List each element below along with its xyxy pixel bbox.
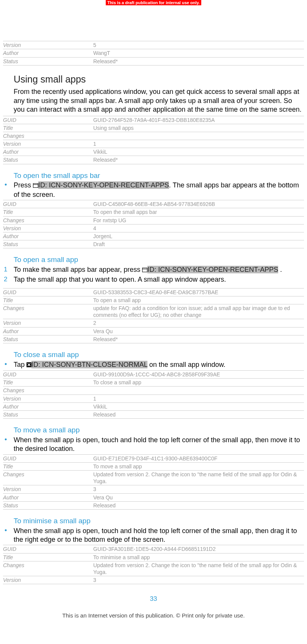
- meta-label: Author: [3, 148, 93, 156]
- meta-value: WangT: [93, 49, 304, 57]
- text: on the small app window.: [147, 361, 226, 368]
- meta-value: Released: [93, 411, 304, 419]
- meta-label: GUID: [3, 116, 93, 124]
- meta-label: Changes: [3, 216, 93, 224]
- section-title-using-small-apps: Using small apps: [14, 73, 304, 86]
- icon-id-label: ID: ICN-SONY-KEY-OPEN-RECENT-APPS: [38, 181, 169, 189]
- meta-value: Released*: [93, 57, 304, 65]
- instruction-bullet: When the small app is open, touch and ho…: [3, 527, 304, 544]
- meta-label: Status: [3, 156, 93, 164]
- meta-value: [93, 387, 304, 395]
- meta-label: Changes: [3, 561, 93, 576]
- meta-value: VikkiL: [93, 402, 304, 410]
- meta-value: 2: [93, 319, 304, 327]
- meta-value: Updated from version 2. Change the icon …: [93, 561, 304, 576]
- meta-label: Title: [3, 553, 93, 561]
- meta-label: Author: [3, 49, 93, 57]
- meta-value: GUID-99100D9A-1CCC-4DD4-ABC8-2B58F09F39A…: [93, 371, 304, 379]
- meta-value: GUID-C4580F48-66EB-4E34-AB54-977834E6926…: [93, 200, 304, 208]
- meta-table-top: Version5 AuthorWangT StatusReleased*: [3, 41, 304, 65]
- meta-label: Changes: [3, 304, 93, 319]
- svg-rect-2: [143, 268, 147, 272]
- meta-label: GUID: [3, 200, 93, 208]
- text: .: [278, 266, 282, 273]
- meta-value: GUID-E71EDE79-D34F-41C1-9300-ABE639400C0…: [93, 454, 304, 462]
- meta-value: To close a small app: [93, 379, 304, 387]
- footer-note: This is an Internet version of this publ…: [3, 612, 304, 623]
- meta-label: Version: [3, 41, 93, 49]
- text: To make the small apps bar appear, press: [14, 266, 142, 273]
- meta-label: GUID: [3, 454, 93, 462]
- subsection-title-close-app: To close a small app: [14, 350, 304, 360]
- meta-label: Status: [3, 240, 93, 248]
- svg-rect-0: [33, 184, 38, 188]
- meta-value: Released*: [93, 156, 304, 164]
- meta-value: Draft: [93, 240, 304, 248]
- subsection-title-open-bar: To open the small apps bar: [14, 171, 304, 181]
- meta-label: GUID: [3, 288, 93, 296]
- meta-value: Released*: [93, 335, 304, 343]
- meta-label: Title: [3, 296, 93, 304]
- meta-label: Changes: [3, 132, 93, 140]
- page-number: 33: [3, 595, 304, 603]
- recent-apps-icon: [33, 181, 38, 190]
- meta-label: GUID: [3, 545, 93, 553]
- meta-value: 3: [93, 576, 304, 584]
- meta-label: Title: [3, 462, 93, 470]
- subsection-title-move-app: To move a small app: [14, 426, 304, 435]
- meta-value: Using small apps: [93, 124, 304, 132]
- instruction-bullet: When the small app is open, touch and ho…: [3, 436, 304, 454]
- meta-label: Author: [3, 232, 93, 240]
- meta-value: Updated from version 2. Change the icon …: [93, 471, 304, 485]
- meta-value: GUID-53383553-C8C3-4EA0-8F4E-DA9CB7757BA…: [93, 288, 304, 296]
- meta-value: Vera Qu: [93, 493, 304, 501]
- meta-label: Status: [3, 411, 93, 419]
- meta-table: GUIDGUID-99100D9A-1CCC-4DD4-ABC8-2B58F09…: [3, 370, 304, 419]
- instruction-bullet: Tap ID: ICN-SONY-BTN-CLOSE-NORMAL on the…: [3, 360, 304, 370]
- text: When the small app is open, touch and ho…: [14, 527, 297, 543]
- meta-value: 1: [93, 395, 304, 402]
- meta-value: To move a small app: [93, 462, 304, 470]
- meta-label: Title: [3, 379, 93, 387]
- step-number: 2: [4, 275, 7, 284]
- meta-label: Changes: [3, 471, 93, 485]
- meta-table: GUIDGUID-3FA301BE-1DE5-4200-A944-FD66851…: [3, 545, 304, 584]
- meta-value: To minimise a small app: [93, 553, 304, 561]
- icon-id-label: ID: ICN-SONY-KEY-OPEN-RECENT-APPS: [147, 266, 278, 273]
- meta-label: Version: [3, 395, 93, 402]
- text: Press: [14, 181, 33, 189]
- meta-label: Status: [3, 57, 93, 65]
- meta-value: VikkiL: [93, 148, 304, 156]
- meta-value: 1: [93, 140, 304, 148]
- close-icon: [27, 361, 31, 370]
- meta-value: [93, 132, 304, 140]
- meta-value: To open a small app: [93, 296, 304, 304]
- meta-label: Version: [3, 485, 93, 493]
- meta-label: Author: [3, 327, 93, 335]
- meta-label: Changes: [3, 387, 93, 395]
- meta-label: Version: [3, 224, 93, 232]
- meta-label: Version: [3, 576, 93, 584]
- meta-value: Vera Qu: [93, 327, 304, 335]
- meta-value: update for FAQ: add a condition for icon…: [93, 304, 304, 319]
- step-number: 1: [4, 265, 7, 274]
- subsection-title-open-app: To open a small app: [14, 255, 304, 265]
- meta-value: To open the small apps bar: [93, 208, 304, 216]
- text: Tap the small app that you want to open.…: [14, 276, 226, 283]
- instruction-step: 2 Tap the small app that you want to ope…: [3, 275, 304, 284]
- meta-label: Title: [3, 124, 93, 132]
- meta-table: GUIDGUID-C4580F48-66EB-4E34-AB54-977834E…: [3, 200, 304, 248]
- meta-table: GUIDGUID-53383553-C8C3-4EA0-8F4E-DA9CB77…: [3, 288, 304, 343]
- page-content: Version5 AuthorWangT StatusReleased* Usi…: [0, 5, 307, 623]
- subsection-title-minimise-app: To minimise a small app: [14, 516, 304, 526]
- meta-label: Version: [3, 140, 93, 148]
- section-body: From the recently used applications wind…: [14, 87, 304, 114]
- instruction-step: 1 To make the small apps bar appear, pre…: [3, 265, 304, 274]
- meta-label: Author: [3, 493, 93, 501]
- meta-value: Released: [93, 501, 304, 509]
- meta-label: GUID: [3, 371, 93, 379]
- meta-label: Author: [3, 402, 93, 410]
- meta-value: GUID-2764F528-7A9A-401F-8523-DBB180E8235…: [93, 116, 304, 124]
- recent-apps-icon: [142, 266, 147, 274]
- meta-value: For nxtstp UG: [93, 216, 304, 224]
